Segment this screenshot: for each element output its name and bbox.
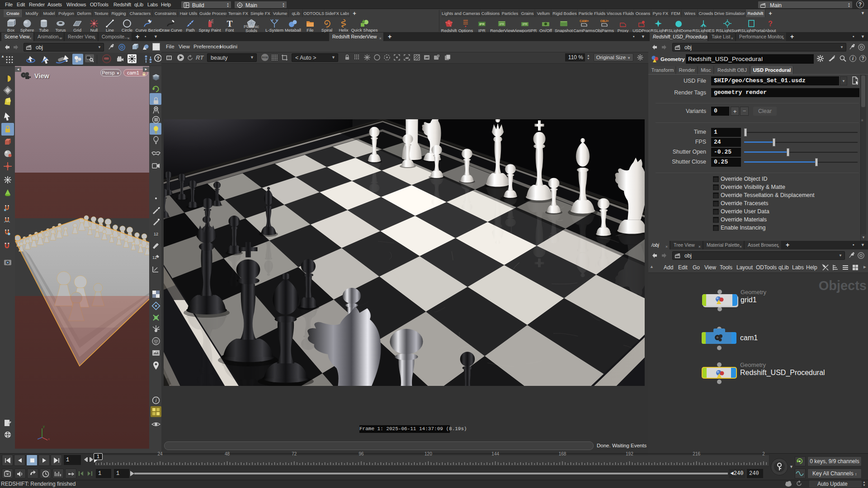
svg-text:i: i <box>156 398 157 403</box>
svg-text:x: x <box>48 437 50 441</box>
svg-text:CAM+: CAM+ <box>580 19 589 23</box>
svg-text:y: y <box>43 424 45 428</box>
svg-text:IPR: IPR <box>523 23 528 26</box>
svg-text:?: ? <box>768 20 773 28</box>
svg-text:168: 168 <box>559 452 566 456</box>
svg-text:120: 120 <box>425 452 432 456</box>
svg-text:2: 2 <box>762 452 765 456</box>
svg-text:24: 24 <box>158 452 163 456</box>
svg-text:96: 96 <box>359 452 364 456</box>
svg-text:72: 72 <box>292 452 297 456</box>
svg-text:IPR: IPR <box>479 23 485 26</box>
svg-text:192: 192 <box>626 452 633 456</box>
svg-text:48: 48 <box>225 452 230 456</box>
svg-text:IPR: IPR <box>500 23 505 26</box>
svg-text:144: 144 <box>491 452 499 456</box>
svg-text:216: 216 <box>693 452 700 456</box>
svg-text:12: 12 <box>154 232 158 236</box>
svg-text:OBJ+: OBJ+ <box>600 19 609 23</box>
